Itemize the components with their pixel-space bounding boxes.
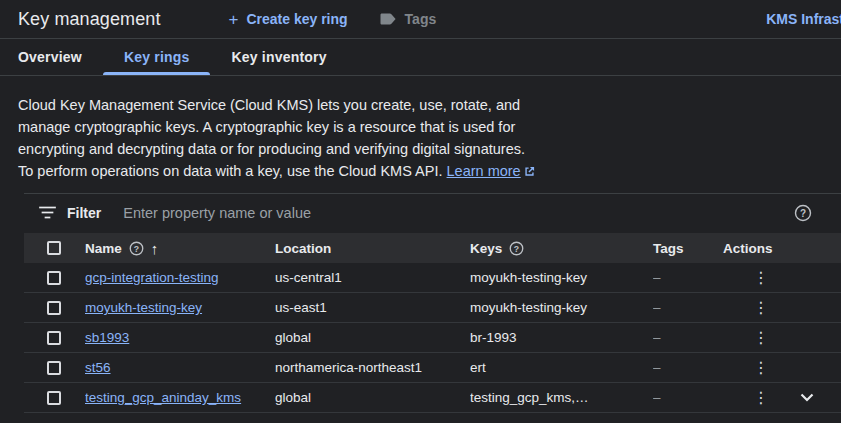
column-header-name: Name ? ↑ [85,240,275,257]
row-checkbox[interactable] [47,361,61,375]
row-actions-kebab-icon[interactable]: ⋮ [749,360,773,376]
table-body: gcp-integration-testing us-central1 moyu… [24,263,841,413]
kms-infrastructure-link[interactable]: KMS Infrast [766,11,841,27]
location-column-label: Location [275,241,331,256]
page-title: Key management [18,9,160,30]
tag-label-icon [380,13,397,25]
row-actions-cell: ⋮ [723,263,841,292]
row-actions-cell: ⋮ [723,293,841,322]
table-row: sb1993 global br-1993 – ⋮ [24,323,841,353]
column-header-actions: Actions [723,241,841,256]
filter-input[interactable] [123,205,794,221]
row-name-cell: gcp-integration-testing [85,270,275,285]
keys-column-label: Keys [470,241,502,256]
svg-text:?: ? [514,243,519,253]
page-header: Key management + Create key ring Tags KM… [0,0,841,39]
row-name-cell: st56 [85,360,275,375]
row-tags: – [653,300,723,315]
tags-button[interactable]: Tags [380,11,437,27]
row-tags: – [653,330,723,345]
help-circle-icon: ? [794,204,812,222]
svg-text:?: ? [134,243,139,253]
keys-help-icon[interactable]: ? [509,241,524,256]
create-key-ring-button[interactable]: + Create key ring [228,11,347,28]
column-header-location: Location [275,241,470,256]
tags-column-label: Tags [653,241,684,256]
row-tags: – [653,360,723,375]
tab-key-rings[interactable]: Key rings [103,39,211,75]
key-rings-table: Name ? ↑ Location Keys ? Tags Actions gc… [24,233,841,413]
row-actions-cell: ⋮ [723,383,841,412]
row-checkbox[interactable] [47,331,61,345]
row-keys: br-1993 [470,330,653,345]
row-actions-kebab-icon[interactable]: ⋮ [749,270,773,286]
name-column-label: Name [85,241,122,256]
row-actions-kebab-icon[interactable]: ⋮ [749,330,773,346]
select-all-checkbox[interactable] [47,241,61,255]
table-row: moyukh-testing-key us-east1 moyukh-testi… [24,293,841,323]
tab-key-inventory[interactable]: Key inventory [210,39,347,75]
row-tags: – [653,390,723,405]
key-ring-link[interactable]: st56 [85,360,111,375]
create-key-ring-label: Create key ring [246,11,347,27]
row-name-cell: moyukh-testing-key [85,300,275,315]
key-ring-link[interactable]: gcp-integration-testing [85,270,219,285]
row-checkbox[interactable] [47,271,61,285]
table-row: st56 northamerica-northeast1 ert – ⋮ [24,353,841,383]
row-location: northamerica-northeast1 [275,360,470,375]
row-checkbox[interactable] [47,391,61,405]
key-ring-link[interactable]: moyukh-testing-key [85,300,202,315]
filter-label: Filter [67,205,101,221]
key-ring-link[interactable]: testing_gcp_aninday_kms [85,390,241,405]
row-location: global [275,330,470,345]
row-actions-kebab-icon[interactable]: ⋮ [749,300,773,316]
svg-text:?: ? [800,207,806,218]
row-keys: testing_gcp_kms,… [470,390,653,405]
filter-help-button[interactable]: ? [794,204,812,222]
row-keys: moyukh-testing-key [470,270,653,285]
row-checkbox[interactable] [47,301,61,315]
tags-button-label: Tags [405,11,437,27]
row-name-cell: testing_gcp_aninday_kms [85,390,275,405]
row-location: global [275,390,470,405]
learn-more-link[interactable]: Learn more [447,163,535,179]
row-location: us-east1 [275,300,470,315]
row-actions-kebab-icon[interactable]: ⋮ [749,390,773,406]
row-tags: – [653,270,723,285]
learn-more-label: Learn more [447,163,521,179]
table-row: gcp-integration-testing us-central1 moyu… [24,263,841,293]
key-ring-link[interactable]: sb1993 [85,330,129,345]
row-keys: ert [470,360,653,375]
external-link-icon [524,161,535,183]
sort-ascending-icon[interactable]: ↑ [151,240,159,257]
row-actions-cell: ⋮ [723,323,841,352]
column-header-tags: Tags [653,241,723,256]
tab-bar: Overview Key rings Key inventory [0,39,841,76]
actions-column-label: Actions [723,241,773,256]
row-location: us-central1 [275,270,470,285]
kms-description: Cloud Key Management Service (Cloud KMS)… [18,94,538,183]
row-actions-cell: ⋮ [723,353,841,382]
tab-overview[interactable]: Overview [0,39,103,75]
row-expand-chevron-icon[interactable] [800,393,814,402]
row-name-cell: sb1993 [85,330,275,345]
filter-bar: Filter ? [24,194,841,231]
column-header-keys: Keys ? [470,241,653,256]
row-keys: moyukh-testing-key [470,300,653,315]
name-help-icon[interactable]: ? [129,241,144,256]
plus-icon: + [228,11,238,28]
table-header-row: Name ? ↑ Location Keys ? Tags Actions [24,233,841,263]
table-row: testing_gcp_aninday_kms global testing_g… [24,383,841,413]
filter-list-icon [39,206,56,219]
